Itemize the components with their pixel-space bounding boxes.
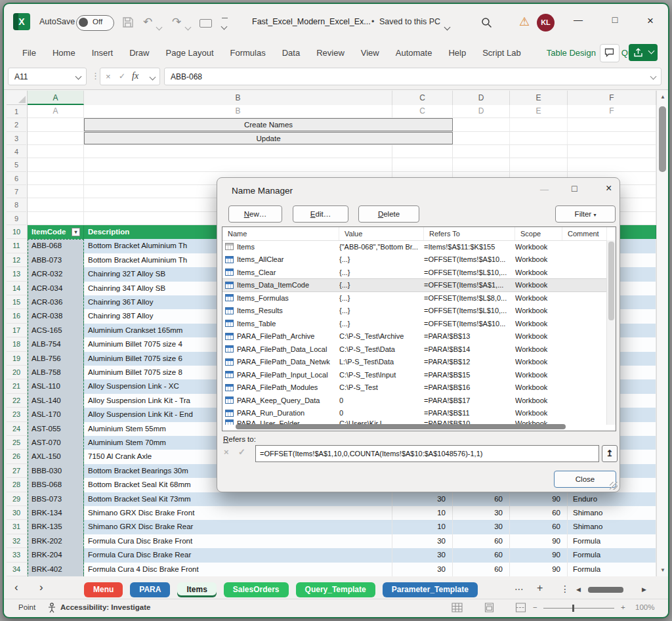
- row-header-19[interactable]: 19: [7, 352, 26, 366]
- item-qty-cell[interactable]: 30: [453, 506, 510, 520]
- row-header-30[interactable]: 30: [7, 506, 26, 520]
- column-header-f[interactable]: F: [568, 91, 656, 105]
- cell[interactable]: D: [453, 105, 510, 118]
- item-qty-cell[interactable]: 90: [510, 492, 568, 506]
- item-code-cell[interactable]: AXL-150: [28, 450, 84, 463]
- item-code-cell[interactable]: ASL-170: [28, 408, 84, 421]
- row-header-6[interactable]: 6: [7, 172, 26, 185]
- sheet-tab-query-template[interactable]: Query_Template: [296, 582, 375, 597]
- scroll-down-icon[interactable]: ▼: [657, 567, 669, 573]
- zoom-slider[interactable]: [543, 608, 614, 609]
- dialog-maximize-icon[interactable]: □: [572, 183, 577, 194]
- item-code-cell[interactable]: BRK-202: [28, 534, 84, 548]
- fx-chevron-icon[interactable]: [150, 74, 156, 81]
- cell[interactable]: [568, 118, 656, 131]
- name-row-items-data-itemcode[interactable]: Items_Data_ItemCode{...}=OFFSET(Items!$A…: [222, 279, 607, 292]
- names-list-scroll-thumb[interactable]: [608, 242, 614, 320]
- item-qty-cell[interactable]: 60: [453, 563, 510, 576]
- row-header-1[interactable]: 1: [7, 105, 26, 118]
- ribbon-tab-insert[interactable]: Insert: [92, 48, 114, 58]
- item-code-cell[interactable]: ASL-110: [28, 379, 84, 393]
- item-brand-cell[interactable]: Shimano: [568, 520, 656, 534]
- item-code-cell[interactable]: BRK-134: [28, 506, 84, 520]
- more-sheets-icon[interactable]: ⋯: [514, 584, 524, 594]
- ribbon-tab-page-layout[interactable]: Page Layout: [166, 48, 214, 58]
- column-header-e[interactable]: E: [510, 91, 568, 105]
- name-box[interactable]: A11: [8, 68, 87, 85]
- names-column-header-refers-to[interactable]: Refers To: [424, 227, 515, 240]
- itemcode-filter-icon[interactable]: ▾: [72, 228, 80, 236]
- row-header-29[interactable]: 29: [7, 492, 26, 506]
- item-qty-cell[interactable]: 30: [392, 548, 453, 562]
- sheet-tab-menu[interactable]: Menu: [84, 582, 123, 597]
- ribbon-tab-review[interactable]: Review: [316, 48, 345, 58]
- item-qty-cell[interactable]: 90: [510, 534, 568, 548]
- cell[interactable]: [84, 145, 392, 158]
- cell[interactable]: [568, 145, 656, 158]
- item-desc-cell[interactable]: Shimano GRX Disc Brake Rear: [84, 520, 392, 534]
- document-title[interactable]: Fast_Excel_Modern_Excel_Ex...: [252, 17, 371, 26]
- minimize-button[interactable]: —: [568, 14, 588, 25]
- row-header-13[interactable]: 13: [7, 267, 26, 281]
- cell[interactable]: A: [28, 105, 84, 118]
- name-row-items-results[interactable]: Items_Results{...}=OFFSET(Items!$L$10,..…: [222, 305, 607, 318]
- item-code-cell[interactable]: ALB-756: [28, 352, 84, 366]
- name-row-para-run-duration[interactable]: PARA_Run_Duration0=PARA!$B$11Workbook: [222, 407, 607, 420]
- row-header-10[interactable]: 10: [7, 225, 26, 239]
- sheet-tab-items[interactable]: Items: [177, 582, 216, 597]
- insert-function-icon[interactable]: fx: [132, 71, 138, 81]
- name-row-items-formulas[interactable]: Items_Formulas{...}=OFFSET(Items!$L$8,0.…: [222, 291, 607, 305]
- item-code-cell[interactable]: ACR-032: [28, 267, 84, 281]
- zoom-level[interactable]: 100%: [635, 603, 654, 611]
- cell[interactable]: F: [568, 105, 656, 118]
- cell[interactable]: [28, 132, 84, 144]
- table-header-itemcode[interactable]: ItemCode▾: [28, 225, 84, 239]
- item-code-cell[interactable]: BBS-068: [28, 478, 84, 492]
- item-code-cell[interactable]: AST-070: [28, 436, 84, 450]
- row-header-21[interactable]: 21: [7, 379, 26, 393]
- name-row-para-filepath-modules[interactable]: PARA_FilePath_ModulesC:\P-S_Test=PARA!$B…: [222, 381, 607, 395]
- zoom-slider-thumb[interactable]: [572, 605, 574, 612]
- cell[interactable]: [453, 118, 510, 131]
- autosave-toggle[interactable]: Off: [76, 15, 114, 31]
- cell[interactable]: [28, 198, 84, 211]
- row-header-17[interactable]: 17: [7, 324, 26, 337]
- formula-input[interactable]: ABB-068: [164, 68, 662, 85]
- item-code-cell[interactable]: BBS-073: [28, 492, 84, 506]
- sheet-options-icon[interactable]: ⋮: [560, 584, 570, 594]
- cell[interactable]: [28, 158, 84, 171]
- item-brand-cell[interactable]: Shimano: [568, 506, 656, 520]
- formula-bar-divider-dots-icon[interactable]: ⋮: [91, 71, 100, 81]
- cell[interactable]: [510, 145, 568, 158]
- sheet-tab-parameter-template[interactable]: Parameter_Template: [383, 582, 478, 597]
- collapse-dialog-button[interactable]: ↥: [602, 445, 618, 462]
- refers-cancel-icon[interactable]: ×: [224, 447, 229, 457]
- normal-view-icon[interactable]: [452, 603, 463, 612]
- cell[interactable]: B: [84, 105, 392, 118]
- item-qty-cell[interactable]: 60: [453, 492, 510, 506]
- warning-icon[interactable]: ⚠: [519, 14, 530, 29]
- item-qty-cell[interactable]: 10: [392, 506, 453, 520]
- item-brand-cell[interactable]: Enduro: [568, 492, 656, 506]
- hscroll-right-icon[interactable]: ▶: [642, 586, 646, 593]
- save-icon[interactable]: [122, 16, 134, 28]
- cancel-entry-icon[interactable]: ×: [106, 72, 111, 81]
- item-code-cell[interactable]: AST-055: [28, 422, 84, 436]
- row-header-5[interactable]: 5: [7, 158, 26, 171]
- item-desc-cell[interactable]: Formula Cura Disc Brake Rear: [84, 548, 392, 562]
- item-brand-cell[interactable]: Formula: [568, 563, 656, 576]
- name-row-items-table[interactable]: Items_Table{...}=OFFSET(Items!$A$10...Wo…: [222, 317, 607, 330]
- item-code-cell[interactable]: ALB-754: [28, 337, 84, 351]
- ribbon-tab-draw[interactable]: Draw: [129, 48, 149, 58]
- row-header-22[interactable]: 22: [7, 394, 26, 408]
- cell[interactable]: [453, 132, 510, 144]
- item-brand-cell[interactable]: Formula: [568, 548, 656, 562]
- ribbon-tab-home[interactable]: Home: [52, 48, 75, 58]
- account-avatar[interactable]: KL: [537, 14, 555, 32]
- row-header-16[interactable]: 16: [7, 309, 26, 323]
- item-brand-cell[interactable]: Formula: [568, 534, 656, 548]
- quick-access-toolbar-chevron-icon[interactable]: [222, 18, 228, 33]
- item-code-cell[interactable]: ACR-034: [28, 282, 84, 295]
- ribbon-tab-file[interactable]: File: [22, 48, 36, 58]
- cell[interactable]: [510, 132, 568, 144]
